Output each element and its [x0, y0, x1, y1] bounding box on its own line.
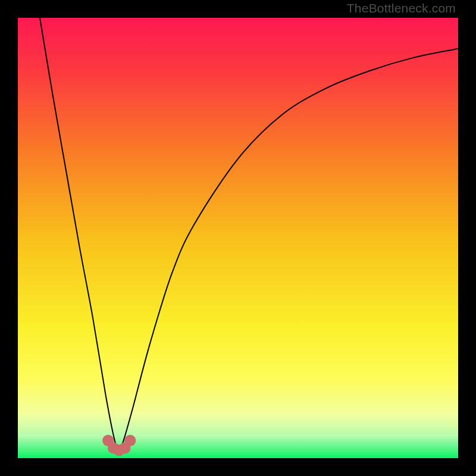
chart-curve-layer [18, 18, 458, 458]
chart-plot-area [18, 18, 458, 458]
trough-markers [102, 435, 136, 456]
bottleneck-curve [40, 18, 458, 449]
trough-marker-dot [124, 435, 136, 446]
watermark-text: TheBottleneck.com [347, 1, 456, 15]
